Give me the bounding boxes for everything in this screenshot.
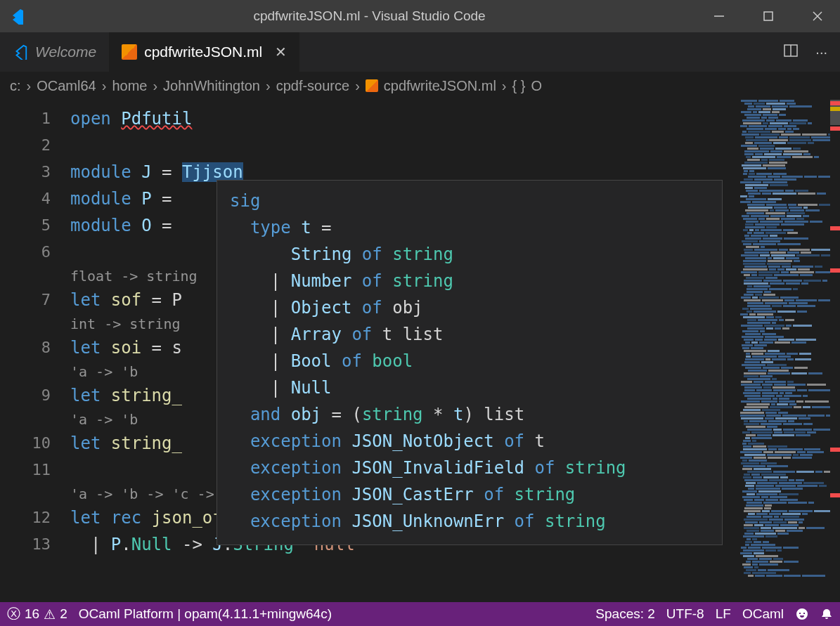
breadcrumb-seg[interactable]: JohnWhitington: [163, 78, 260, 94]
split-editor-icon[interactable]: [783, 43, 799, 62]
error-marker[interactable]: [830, 268, 840, 273]
breadcrumb-seg[interactable]: c:: [10, 78, 21, 94]
breadcrumb-file[interactable]: cpdfwriteJSON.ml: [384, 78, 496, 94]
identifier: Pdfutil: [121, 109, 192, 129]
line-number: 12: [0, 504, 70, 531]
indentation-status[interactable]: Spaces: 2: [595, 606, 655, 622]
warning-marker[interactable]: [830, 107, 840, 111]
keyword: sig: [230, 191, 260, 211]
keyword: of: [362, 244, 382, 264]
error-marker[interactable]: [830, 126, 840, 131]
keyword: of: [342, 351, 362, 371]
feedback-icon[interactable]: [795, 607, 809, 621]
constructor: Bool: [291, 351, 332, 371]
keyword: module: [70, 162, 131, 182]
type: list: [484, 405, 524, 424]
problems-status[interactable]: ⓧ 16 ⚠ 2: [7, 605, 67, 623]
exception: JSON_UnknownErr: [351, 511, 504, 531]
constructor: Null: [131, 535, 172, 554]
keyword: of: [351, 325, 372, 344]
keyword: of: [535, 458, 555, 478]
keyword: exception: [250, 458, 342, 478]
hover-tooltip[interactable]: sig type t = String of string | Number o…: [217, 180, 723, 545]
eol-status[interactable]: LF: [716, 606, 731, 622]
keyword: open: [70, 109, 111, 129]
line-number: 1: [0, 105, 70, 132]
line-number: 10: [0, 430, 70, 457]
function-name: soi: [111, 338, 141, 358]
scrollbar[interactable]: [830, 100, 840, 602]
exception: JSON_CastErr: [351, 485, 473, 504]
ocaml-platform-status[interactable]: OCaml Platform | opam(4.11.1+mingw64c): [79, 606, 332, 622]
close-tab-icon[interactable]: ✕: [275, 44, 287, 60]
tab-bar: Welcome cpdfwriteJSON.ml ✕ ···: [0, 32, 840, 72]
keyword: exception: [250, 511, 342, 531]
chevron-right-icon: ›: [355, 78, 360, 94]
window-title: cpdfwriteJSON.ml - Visual Studio Code: [34, 8, 705, 24]
warning-count: 2: [60, 606, 67, 622]
line-number: 3: [0, 159, 70, 185]
module-ref[interactable]: Tjjson: [182, 162, 243, 182]
line-number: 6: [0, 239, 70, 266]
error-marker[interactable]: [830, 226, 840, 230]
svg-rect-1: [764, 12, 773, 20]
error-marker[interactable]: [830, 493, 840, 497]
code: = s: [141, 338, 182, 358]
editor[interactable]: 1 2 3 4 5 6 7 8 9 10 11 12 13 open Pdfut…: [0, 100, 840, 602]
tab-label: Welcome: [35, 44, 96, 60]
breadcrumb-symbol[interactable]: O: [531, 78, 542, 94]
error-marker[interactable]: [830, 448, 840, 452]
type: string: [565, 458, 626, 478]
keyword: type: [250, 218, 291, 237]
keyword: exception: [250, 485, 342, 504]
ocaml-file-icon: [366, 79, 378, 92]
keyword: of: [484, 485, 504, 504]
constructor: String: [291, 244, 352, 264]
maximize-button[interactable]: [754, 2, 782, 30]
op: .: [121, 535, 131, 554]
tab-welcome[interactable]: Welcome: [0, 32, 109, 72]
constructor: Number: [291, 271, 352, 291]
chevron-right-icon: ›: [27, 78, 32, 94]
language-mode-status[interactable]: OCaml: [742, 606, 784, 622]
op: =: [152, 216, 182, 235]
identifier: O: [141, 216, 151, 235]
function-name: sof: [111, 290, 141, 310]
type: t: [453, 405, 463, 424]
vscode-outline-icon: [13, 44, 28, 60]
minimize-button[interactable]: [705, 2, 733, 30]
chevron-right-icon: ›: [502, 78, 507, 94]
line-number: 13: [0, 531, 70, 558]
keyword: let: [70, 338, 101, 358]
breadcrumb-seg[interactable]: cpdf-source: [276, 78, 350, 94]
op: ->: [172, 535, 213, 554]
type: string: [362, 405, 423, 424]
minimap[interactable]: [736, 100, 840, 602]
error-marker[interactable]: [830, 101, 840, 105]
keyword: of: [362, 271, 382, 291]
op: ): [463, 405, 484, 424]
constructor: Array: [291, 325, 342, 344]
exception: JSON_NotObject: [351, 431, 493, 451]
more-actions-icon[interactable]: ···: [815, 44, 827, 60]
line-number: 5: [0, 212, 70, 239]
type: bool: [372, 351, 413, 371]
breadcrumb[interactable]: c: › OCaml64 › home › JohnWhitington › c…: [0, 72, 840, 100]
breadcrumb-seg[interactable]: OCaml64: [37, 78, 96, 94]
code-area[interactable]: open Pdfutil module J = Tjjson module P …: [70, 100, 736, 602]
notifications-icon[interactable]: [820, 608, 833, 620]
op: |: [70, 535, 111, 554]
line-number: 2: [0, 132, 70, 159]
function-name: string_: [111, 433, 182, 453]
tab-label: cpdfwriteJSON.ml: [144, 44, 262, 60]
exception: JSON_InvalidField: [351, 458, 524, 478]
titlebar: cpdfwriteJSON.ml - Visual Studio Code: [0, 0, 840, 32]
type: string: [515, 485, 576, 504]
tab-active-file[interactable]: cpdfwriteJSON.ml ✕: [109, 32, 299, 72]
type-name: t: [301, 218, 311, 237]
status-bar: ⓧ 16 ⚠ 2 OCaml Platform | opam(4.11.1+mi…: [0, 602, 840, 626]
close-button[interactable]: [803, 2, 832, 30]
encoding-status[interactable]: UTF-8: [666, 606, 704, 622]
op: =: [152, 189, 182, 209]
breadcrumb-seg[interactable]: home: [112, 78, 147, 94]
